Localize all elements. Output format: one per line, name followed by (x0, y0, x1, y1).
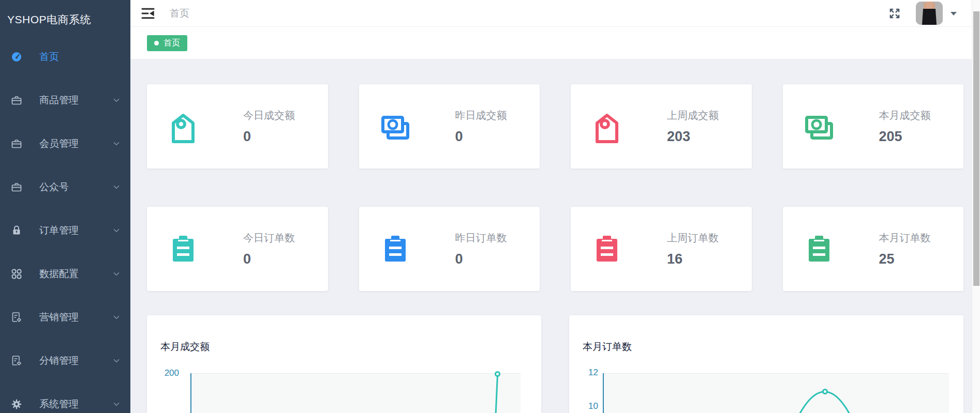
plot-area (604, 374, 949, 413)
stat-label: 昨日成交额 (455, 109, 507, 123)
stat-value: 0 (243, 129, 295, 145)
stat-card-lastweek-turnover: 上周成交额 203 (571, 84, 752, 169)
sidebar-item-data-config[interactable]: 数据配置 (0, 252, 130, 296)
sidebar-item-distribution[interactable]: 分销管理 (0, 339, 130, 383)
breadcrumb[interactable]: 首页 (170, 7, 189, 20)
sidebar-item-label: 营销管理 (39, 311, 79, 324)
money-icon (803, 110, 836, 143)
chevron-down-icon (112, 96, 121, 105)
stat-label: 昨日订单数 (455, 231, 507, 245)
app-root: YSHOP电商系统 首页 商品管理 (0, 0, 980, 413)
sidebar-item-home[interactable]: 首页 (0, 35, 130, 79)
sidebar-collapse-button[interactable] (141, 6, 155, 21)
sidebar-item-label: 商品管理 (39, 94, 79, 107)
clipboard-icon (803, 233, 836, 266)
chart-month-turnover: 本月成交额 200 (147, 315, 541, 413)
dashboard-icon (10, 51, 23, 63)
sidebar-item-members[interactable]: 会员管理 (0, 122, 130, 165)
sidebar-item-official-account[interactable]: 公众号 (0, 165, 130, 209)
fullscreen-icon[interactable] (888, 7, 901, 20)
stat-cards-grid: 今日成交额 0 昨日成交额 0 (147, 84, 963, 291)
clipboard-icon (590, 233, 623, 266)
tag-active-dot (154, 41, 159, 45)
tag-label: 首页 (164, 38, 180, 49)
sidebar-item-label: 首页 (39, 50, 59, 64)
stat-label: 上周成交额 (667, 109, 719, 123)
doc-gear-icon (10, 355, 23, 367)
chevron-down-icon (112, 313, 121, 322)
stat-card-yesterday-turnover: 昨日成交额 0 (359, 84, 540, 169)
stat-card-month-orders: 本月订单数 25 (783, 207, 964, 291)
sidebar-item-label: 系统管理 (39, 397, 79, 411)
chevron-down-icon (112, 182, 121, 192)
stat-value: 25 (879, 251, 931, 267)
briefcase-icon (10, 137, 23, 150)
app-title: YSHOP电商系统 (0, 0, 130, 35)
lock-icon (10, 224, 23, 237)
clipboard-icon (167, 233, 200, 266)
sidebar-item-marketing[interactable]: 营销管理 (0, 296, 130, 339)
sidebar-item-system[interactable]: 系统管理 (0, 383, 130, 413)
stat-value: 205 (879, 129, 931, 145)
sidebar: YSHOP电商系统 首页 商品管理 (0, 0, 130, 413)
sidebar-item-label: 会员管理 (39, 137, 79, 150)
stat-label: 今日成交额 (243, 109, 295, 123)
tag-home[interactable]: 首页 (147, 35, 187, 51)
stat-card-yesterday-orders: 昨日订单数 0 (359, 207, 540, 291)
topbar: 首页 (130, 0, 980, 27)
sidebar-item-label: 数据配置 (39, 267, 79, 281)
gear-icon (10, 398, 23, 410)
chevron-down-icon (112, 400, 121, 409)
chevron-down-icon (112, 139, 121, 148)
sidebar-item-label: 公众号 (39, 180, 69, 194)
stat-value: 16 (667, 251, 719, 267)
chart-title: 本月订单数 (583, 340, 632, 354)
data-point-marker[interactable] (822, 389, 828, 394)
tag-icon (590, 110, 623, 143)
y-axis-tick: 10 (577, 401, 598, 411)
avatar[interactable] (916, 2, 943, 25)
chart-month-orders: 本月订单数 12 10 (569, 315, 963, 413)
chevron-down-icon (112, 356, 121, 365)
sidebar-item-label: 分销管理 (39, 354, 79, 368)
caret-down-icon[interactable] (950, 11, 957, 16)
sidebar-item-orders[interactable]: 订单管理 (0, 209, 130, 252)
topbar-right (888, 2, 957, 25)
briefcase-icon (10, 181, 23, 193)
briefcase-icon (10, 94, 23, 106)
y-axis-tick: 200 (157, 368, 179, 378)
chevron-down-icon (112, 269, 121, 279)
scrollbar-track[interactable] (972, 0, 980, 413)
stat-card-today-turnover: 今日成交额 0 (147, 84, 328, 169)
stat-label: 本月订单数 (879, 231, 931, 245)
main-area: 首页 首页 (130, 0, 980, 413)
stat-card-month-turnover: 本月成交额 205 (783, 84, 964, 169)
line-series (604, 374, 949, 413)
grid-icon (10, 268, 23, 280)
stat-card-lastweek-orders: 上周订单数 16 (571, 207, 752, 291)
doc-gear-icon (10, 311, 23, 324)
y-axis-tick: 12 (577, 368, 598, 378)
charts-row: 本月成交额 200 本月订单数 12 10 (147, 315, 963, 413)
stat-label: 上周订单数 (667, 231, 719, 245)
stat-card-today-orders: 今日订单数 0 (147, 207, 328, 291)
stat-value: 203 (667, 129, 719, 145)
money-icon (379, 110, 412, 143)
stat-label: 今日订单数 (243, 231, 295, 245)
stat-label: 本月成交额 (879, 109, 931, 123)
stat-value: 0 (243, 251, 295, 267)
line-series (191, 374, 521, 413)
dashboard-content: 今日成交额 0 昨日成交额 0 (130, 59, 980, 413)
sidebar-item-label: 订单管理 (39, 224, 79, 237)
scrollbar-thumb[interactable] (973, 11, 979, 286)
tag-icon (167, 110, 200, 143)
sidebar-item-goods[interactable]: 商品管理 (0, 79, 130, 122)
clipboard-icon (379, 233, 412, 266)
tagbar: 首页 (130, 27, 980, 59)
stat-value: 0 (455, 251, 507, 267)
plot-area (191, 374, 521, 413)
sidebar-menu: 首页 商品管理 会员管理 (0, 35, 130, 413)
chart-title: 本月成交额 (160, 340, 210, 354)
stat-value: 0 (455, 129, 507, 145)
chevron-down-icon (112, 226, 121, 235)
